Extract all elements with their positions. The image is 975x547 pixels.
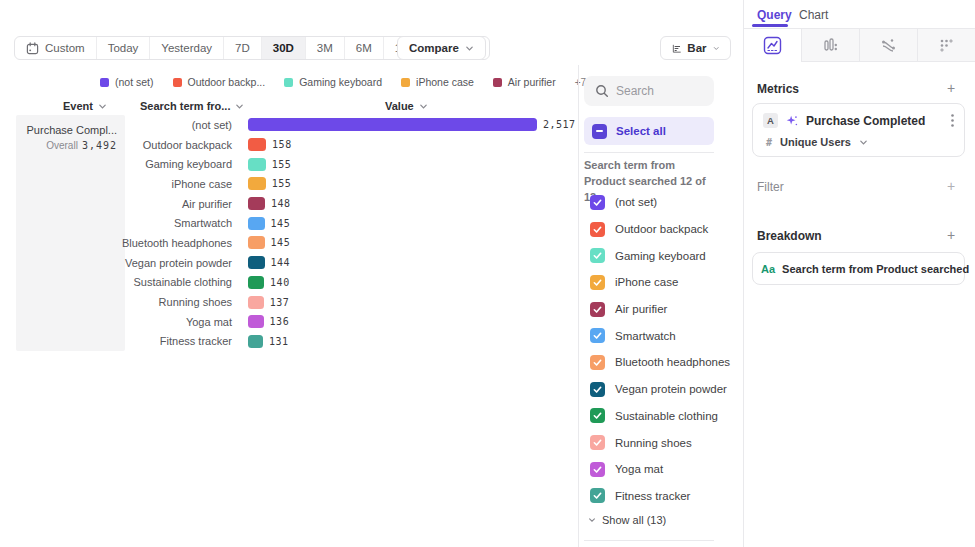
checkbox[interactable] (590, 222, 605, 237)
bar[interactable] (248, 138, 266, 151)
legend-item[interactable]: Gaming keyboard (284, 76, 382, 88)
add-breakdown-button[interactable]: + (944, 227, 958, 243)
tile-segmentation-chart[interactable] (744, 29, 801, 62)
select-all-checkbox[interactable] (592, 124, 607, 139)
filter-item[interactable]: Outdoor backpack (590, 216, 730, 243)
legend-item[interactable]: iPhone case (401, 76, 474, 88)
flow-icon (879, 36, 898, 55)
bar-row[interactable]: Vegan protein powder144 (0, 253, 578, 273)
add-filter-button[interactable]: + (944, 178, 958, 194)
bar-row[interactable]: Yoga mat136 (0, 312, 578, 332)
column-header-value[interactable]: Value (385, 100, 428, 112)
panel-divider (743, 0, 744, 547)
compare-button[interactable]: Compare (397, 36, 486, 60)
checkbox[interactable] (590, 355, 605, 370)
checkbox[interactable] (590, 275, 605, 290)
range-button-yesterday[interactable]: Yesterday (149, 37, 223, 59)
tab-chart[interactable]: Chart (799, 8, 828, 22)
filter-item[interactable]: Running shoes (590, 429, 730, 456)
chevron-down-icon (859, 138, 868, 147)
column-header-event[interactable]: Event (63, 100, 107, 112)
filter-item[interactable]: iPhone case (590, 269, 730, 296)
measure-label[interactable]: Unique Users (780, 136, 851, 148)
bar-value: 158 (272, 139, 292, 150)
bar[interactable] (248, 177, 266, 190)
search-box[interactable] (584, 76, 714, 106)
checkbox[interactable] (590, 382, 605, 397)
checkbox[interactable] (590, 248, 605, 263)
bar-row[interactable]: Gaming keyboard155 (0, 154, 578, 174)
filter-item[interactable]: (not set) (590, 189, 730, 216)
breakdown-card[interactable]: Aa Search term from Product searched (752, 252, 965, 285)
bar[interactable] (248, 158, 266, 171)
checkbox[interactable] (590, 488, 605, 503)
filter-item[interactable]: Smartwatch (590, 322, 730, 349)
bar[interactable] (248, 118, 537, 131)
bar[interactable] (248, 276, 264, 289)
filter-item[interactable]: Bluetooth headphones (590, 349, 730, 376)
checkbox[interactable] (590, 302, 605, 317)
line-chart-icon (763, 36, 782, 55)
chevron-down-icon (588, 516, 596, 524)
bar-row[interactable]: (not set)2,517 (0, 115, 578, 135)
select-all-row[interactable]: Select all (584, 117, 714, 145)
compare-label: Compare (409, 42, 459, 54)
bar-category-label: Bluetooth headphones (0, 237, 232, 249)
checkbox[interactable] (590, 195, 605, 210)
tab-query[interactable]: Query (757, 8, 792, 22)
bar-row[interactable]: Bluetooth headphones145 (0, 233, 578, 253)
legend-item[interactable]: Outdoor backp... (173, 76, 266, 88)
range-button-30d[interactable]: 30D (261, 37, 305, 59)
tile-data-table[interactable] (917, 29, 975, 62)
filter-item[interactable]: Sustainable clothing (590, 403, 730, 430)
filter-item[interactable]: Air purifier (590, 296, 730, 323)
bar[interactable] (248, 315, 264, 328)
checkbox[interactable] (590, 435, 605, 450)
kebab-menu-icon[interactable] (951, 114, 954, 127)
bar[interactable] (248, 296, 264, 309)
search-input[interactable] (616, 76, 708, 106)
range-button-today[interactable]: Today (96, 37, 150, 59)
range-button-7d[interactable]: 7D (223, 37, 261, 59)
bar[interactable] (248, 236, 265, 249)
bar-row[interactable]: Smartwatch145 (0, 213, 578, 233)
bar-value: 131 (269, 336, 289, 347)
checkbox[interactable] (590, 328, 605, 343)
bar-row[interactable]: Outdoor backpack158 (0, 135, 578, 155)
filter-item[interactable]: Yoga mat (590, 456, 730, 483)
horizontal-bar-chart-icon (672, 42, 681, 55)
show-all-toggle[interactable]: Show all (13) (588, 514, 666, 526)
legend-item[interactable]: (not set) (100, 76, 154, 88)
bar-row[interactable]: Fitness tracker131 (0, 332, 578, 352)
tile-flow-chart[interactable] (859, 29, 917, 62)
bar-row[interactable]: Air purifier148 (0, 194, 578, 214)
range-button-6m[interactable]: 6M (344, 37, 383, 59)
legend-item[interactable]: Air purifier (493, 76, 556, 88)
column-header-term[interactable]: Search term fro... (140, 100, 244, 112)
bar-category-label: iPhone case (0, 178, 232, 190)
bar-category-label: (not set) (0, 119, 232, 131)
add-metric-button[interactable]: + (944, 80, 958, 96)
check-icon (593, 331, 602, 340)
range-button-3m[interactable]: 3M (305, 37, 344, 59)
filter-item-label: iPhone case (615, 276, 678, 288)
chevron-down-icon (713, 44, 719, 53)
bar[interactable] (248, 197, 265, 210)
bar-row[interactable]: Sustainable clothing140 (0, 273, 578, 293)
bar-row[interactable]: Running shoes137 (0, 292, 578, 312)
metric-card[interactable]: A Purchase Completed # Unique Users (752, 103, 965, 157)
tile-bar-chart[interactable] (801, 29, 859, 62)
range-button-custom[interactable]: Custom (15, 37, 96, 59)
checkbox[interactable] (590, 408, 605, 423)
legend-label: (not set) (115, 76, 154, 88)
checkbox[interactable] (590, 462, 605, 477)
filter-item[interactable]: Vegan protein powder (590, 376, 730, 403)
filter-item[interactable]: Gaming keyboard (590, 242, 730, 269)
bar[interactable] (248, 256, 265, 269)
bar[interactable] (248, 335, 263, 348)
bar-row[interactable]: iPhone case155 (0, 174, 578, 194)
chart-type-dropdown[interactable]: Bar (660, 36, 731, 60)
bar[interactable] (248, 217, 265, 230)
divider (584, 152, 714, 153)
filter-item[interactable]: Fitness tracker (590, 483, 730, 510)
